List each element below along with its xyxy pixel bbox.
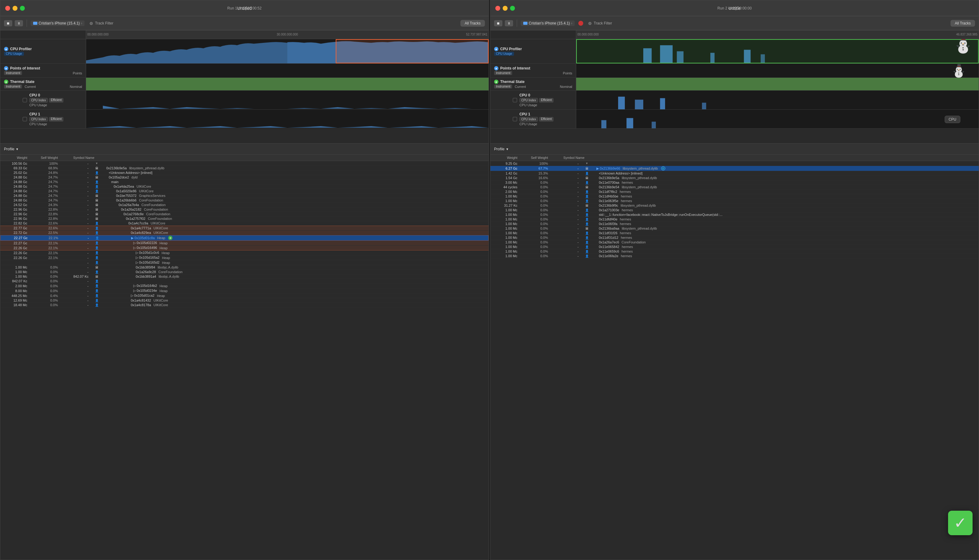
- left-maximize-button[interactable]: [20, 6, 25, 11]
- left-thermal-nominal: Nominal: [70, 85, 82, 88]
- right-points-label: Points: [563, 71, 572, 75]
- left-row1-sym: 0x2136b9e5alibsystem_pthread.dylib: [102, 166, 489, 170]
- right-cpu0-usage-label: CPU Usage: [520, 103, 554, 107]
- left-run-info: Run 1 of 1 | 00:00:52: [227, 6, 262, 10]
- left-device-selector[interactable]: Cristian's iPhone (15.4.1) ›: [31, 20, 85, 26]
- right-profile-header: Profile ▾: [490, 143, 979, 155]
- right-device-selector[interactable]: Cristian's iPhone (15.4.1) ›: [521, 20, 575, 26]
- left-stop-button[interactable]: ⏹: [4, 20, 12, 26]
- right-cpu-profiler-track: ● CPU Profiler CPU Usage: [490, 39, 979, 64]
- left-row1-weight: 69.33 Gc: [0, 166, 31, 170]
- left-all-tracks-button[interactable]: All Tracks: [460, 20, 485, 27]
- left-cpu1-checkbox[interactable]: [23, 117, 27, 121]
- table-row: 1.00 Mc 0.0% - 👤 0x11e06f3fahermes: [490, 222, 979, 226]
- right-points-track: ● Points of Interest Instrument Points ⛄: [490, 64, 979, 78]
- right-thermal-name: Thermal State: [500, 80, 524, 84]
- right-stop-button[interactable]: ⏹: [494, 20, 502, 26]
- left-close-button[interactable]: [5, 6, 10, 11]
- right-cpu-usage-badge: CPU Usage: [494, 52, 514, 56]
- right-minimize-button[interactable]: [503, 6, 507, 11]
- left-pause-button[interactable]: ⏸: [15, 20, 23, 26]
- right-ruler-start: 00.000.000.000: [577, 33, 599, 36]
- right-profile-label: Profile: [494, 147, 505, 151]
- table-row: 69.33 Gc 68.9% - 🏛 0x2136b9e5alibsystem_…: [0, 166, 489, 170]
- table-row: 25.02 Gc 24.8% - 👤 <Unknown Address> [in…: [0, 170, 489, 175]
- table-row: 18.48 Mc 0.0% - 👤 0x1a4c8178aUIKitCore: [0, 303, 489, 307]
- table-row: 1.00 Mc 0.0% - 👤 0x11dfdf40ehermes: [490, 217, 979, 222]
- table-row: 22.26 Gc 22.1% - 👤 ▷ 0x105d1c0c6Heap: [0, 250, 489, 255]
- table-row: 44 cycles 0.0% - 🏛 0x2136b9e54libsystem_…: [490, 185, 979, 190]
- left-profile-dropdown[interactable]: ▾: [16, 147, 18, 151]
- svg-rect-8: [618, 97, 625, 109]
- left-cpu0-efficient-badge: Efficient: [49, 98, 63, 103]
- table-row: - 👤 ▷ 0x105d165d2Heap: [0, 260, 489, 265]
- right-snowman2-emoji: ⛄: [951, 64, 966, 78]
- left-row0-self: -: [62, 162, 92, 165]
- table-row: 22.26 Gc 22.1% - 👤 ▷ 0x105d16496Heap: [0, 245, 489, 250]
- table-row[interactable]: 6.27 Gc 67.7% - 🏛 ▶ 0x2136b9e66 libsyste…: [490, 166, 979, 171]
- right-track-filter-label: Track Filter: [594, 21, 612, 25]
- right-points-name: Points of Interest: [500, 66, 530, 70]
- table-row: 9.25 Gc 100% - ▾: [490, 161, 979, 166]
- left-profile-section: Profile ▾ Weight Self Weight Symbol Name…: [0, 143, 489, 560]
- right-cpu0-checkbox[interactable]: [513, 98, 517, 102]
- right-maximize-button[interactable]: [510, 6, 515, 11]
- right-cpu1-checkbox[interactable]: [513, 117, 517, 121]
- table-row: 1.00 Mc 0.0% - 🏛 0x2136ba9aalibsystem_pt…: [490, 226, 979, 231]
- left-profile-table[interactable]: 100.56 Gc 100% - ▾ 69.33 Gc 68.9% - 🏛 0x…: [0, 161, 489, 560]
- right-cpu1-usage-label: CPU Usage: [520, 122, 554, 126]
- right-timeline-area: 00.000.000.000 46.837.368.985 ● CPU Prof…: [490, 30, 979, 143]
- left-cpu1-track: CPU 1 CPU Index Efficient CPU Usage: [0, 110, 489, 128]
- right-pause-button[interactable]: ⏸: [505, 20, 513, 26]
- right-profile-dropdown[interactable]: ▾: [506, 147, 508, 151]
- left-ruler-mid: 30.000.000.000: [277, 33, 298, 36]
- right-col-symbol: Symbol Name: [561, 156, 979, 160]
- left-cpu-profiler-dot: ●: [4, 47, 8, 51]
- table-row: 24.88 Gc 24.7% - 👤 main: [0, 180, 489, 184]
- right-cpu0-track: CPU 0 CPU Index Efficient CPU Usage: [490, 91, 979, 110]
- left-points-dot: ●: [4, 66, 8, 70]
- svg-rect-9: [635, 100, 643, 109]
- right-record-indicator: [578, 21, 583, 26]
- table-row: 1.00 Mc 0.0% - 🏛 0x1bb385f84libobjc.A.dy…: [0, 265, 489, 270]
- left-points-label: Points: [73, 71, 82, 75]
- svg-rect-10: [660, 98, 665, 109]
- right-all-tracks-button[interactable]: All Tracks: [951, 20, 975, 27]
- left-thermal-dot: ●: [4, 80, 8, 84]
- table-row: 2.00 Mc 0.0% - 👤 ▷ 0x105d164b2Heap: [0, 283, 489, 288]
- left-thermal-track: ● Thermal State Instrument Current Nomin…: [0, 78, 489, 91]
- right-window: Untitle Run 2 of 2 | 00:00:00 ⏹ ⏸ Cristi…: [490, 0, 979, 560]
- right-points-badge: Instrument: [494, 71, 512, 75]
- left-thermal-badge: Instrument: [4, 85, 22, 88]
- table-row: 1.00 Mc 0.0% - 👤 0x11df4b5behermes: [490, 194, 979, 199]
- right-thermal-badge: Instrument: [494, 85, 512, 88]
- left-cpu0-checkbox[interactable]: [23, 98, 27, 102]
- left-row1-self: -: [62, 166, 92, 170]
- left-cpu-selection[interactable]: [336, 39, 489, 63]
- right-profile-table[interactable]: 9.25 Gc 100% - ▾ 6.27 Gc 67.7% - 🏛 ▶ 0x2…: [490, 161, 979, 560]
- left-cpu1-name: CPU 1: [29, 112, 64, 117]
- left-cpu-profiler-track: ● CPU Profiler CPU Usage: [0, 39, 489, 64]
- left-device-label: Cristian's iPhone (15.4.1): [38, 21, 80, 25]
- right-cpu0-viz: [576, 91, 979, 109]
- right-cpu1-track: CPU 1 CPU Index Efficient CPU Usage: [490, 110, 979, 128]
- right-cpu-profiler-dot: ●: [494, 47, 499, 51]
- right-col-weight: Weight: [490, 156, 521, 160]
- right-track-filter[interactable]: ⊜ Track Filter: [588, 21, 612, 26]
- left-minimize-button[interactable]: [13, 6, 17, 11]
- right-cpu-selection[interactable]: [576, 39, 979, 63]
- left-ruler-end: 52.737.987.041: [466, 33, 487, 36]
- table-row: 1.00 Mc 0.0% - 👤 0x1a26a9c28CoreFoundati…: [0, 270, 489, 274]
- left-cpu-profiler-name: CPU Profiler: [10, 47, 32, 51]
- right-cpu1-name: CPU 1: [520, 112, 554, 117]
- right-profile-section: Profile ▾ Weight Self Weight Symbol Name…: [490, 143, 979, 560]
- table-row: 24.88 Gc 24.7% - 👤 0x1a5020e86UIKitCore: [0, 189, 489, 193]
- left-col-symbol: Symbol Name: [71, 156, 489, 160]
- table-row: 1.00 Mc 0.0% - 👤 0x11df31d12hermes: [490, 235, 979, 240]
- table-row[interactable]: 22.27 Gc 22.1% - 👤 ▶ 0x105d01c8aHeap⊕: [0, 235, 489, 241]
- left-filter-icon: ⊜: [90, 21, 93, 26]
- left-track-filter[interactable]: ⊜ Track Filter: [90, 21, 113, 26]
- table-row: 24.88 Gc 24.7% - 🏛 0x105a2dce2dyld: [0, 175, 489, 180]
- right-device-label: Cristian's iPhone (15.4.1): [529, 21, 570, 25]
- right-close-button[interactable]: [495, 6, 500, 11]
